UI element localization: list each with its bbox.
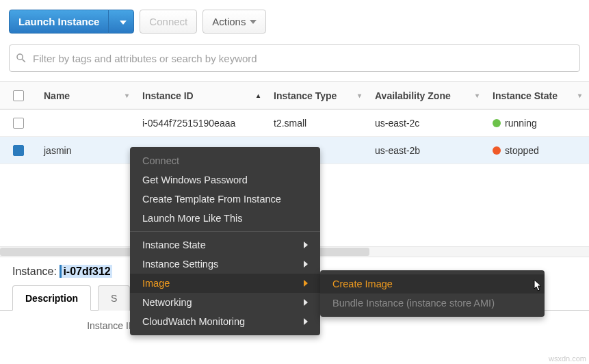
cell-name: jasmin	[44, 145, 71, 156]
status-dot-icon	[493, 119, 501, 127]
tab-other[interactable]: S	[98, 285, 130, 311]
cell-az: us-east-2b	[375, 145, 420, 156]
col-availability-zone[interactable]: Availability Zone▾	[368, 90, 486, 101]
detail-label: Instance:	[12, 265, 57, 277]
table-row[interactable]: i-0544f72515190eaaa t2.small us-east-2c …	[0, 109, 589, 137]
col-instance-id[interactable]: Instance ID▴	[135, 90, 267, 101]
actions-button[interactable]: Actions	[202, 10, 266, 34]
sort-icon: ▾	[358, 92, 361, 99]
cell-state: running	[505, 118, 537, 129]
desc-label: Instance ID	[12, 320, 135, 331]
actions-label: Actions	[212, 16, 246, 27]
caret-down-icon	[250, 20, 257, 24]
col-instance-state[interactable]: Instance State▾	[486, 90, 588, 101]
context-menu: Connect Get Windows Password Create Temp…	[130, 147, 320, 335]
sort-asc-icon: ▴	[257, 92, 260, 99]
sort-icon: ▾	[578, 92, 581, 99]
watermark: wsxdn.com	[549, 354, 586, 363]
menu-separator	[130, 231, 320, 232]
context-submenu-image: Create Image Bundle Instance (instance s…	[320, 270, 545, 317]
row-checkbox[interactable]	[13, 118, 24, 129]
ctx-cloudwatch[interactable]: CloudWatch Monitoring	[130, 312, 320, 331]
chevron-right-icon	[304, 299, 308, 306]
sort-icon: ▾	[475, 92, 479, 99]
chevron-right-icon	[304, 280, 308, 287]
col-name[interactable]: Name▾	[37, 90, 135, 101]
chevron-right-icon	[304, 261, 308, 268]
caret-down-icon	[120, 21, 127, 25]
ctx-instance-state[interactable]: Instance State	[130, 235, 320, 255]
table-header-row: Name▾ Instance ID▴ Instance Type▾ Availa…	[0, 82, 589, 109]
ctx-launch-more[interactable]: Launch More Like This	[130, 209, 320, 228]
sub-create-image[interactable]: Create Image	[320, 274, 545, 294]
cell-az: us-east-2c	[375, 118, 419, 129]
select-all-checkbox[interactable]	[13, 90, 24, 101]
search-bar[interactable]	[9, 44, 580, 72]
chevron-right-icon	[304, 242, 308, 248]
toolbar: Launch Instance Connect Actions	[0, 0, 589, 40]
ctx-get-windows-password[interactable]: Get Windows Password	[130, 170, 320, 190]
col-instance-type[interactable]: Instance Type▾	[267, 90, 368, 101]
sub-bundle-instance: Bundle Instance (instance store AMI)	[320, 294, 545, 313]
detail-instance-id: i-07df312	[60, 265, 112, 278]
sort-icon: ▾	[125, 92, 129, 99]
status-dot-icon	[493, 146, 501, 155]
connect-button: Connect	[140, 10, 197, 34]
ctx-connect: Connect	[130, 151, 320, 170]
row-checkbox[interactable]	[13, 145, 24, 156]
launch-instance-button[interactable]: Launch Instance	[9, 10, 109, 34]
ctx-create-template[interactable]: Create Template From Instance	[130, 190, 320, 209]
ctx-image[interactable]: Image	[130, 274, 320, 293]
search-input[interactable]	[33, 53, 574, 64]
cell-instance-type: t2.small	[274, 118, 306, 129]
cell-state: stopped	[505, 145, 539, 156]
cell-instance-id: i-0544f72515190eaaa	[142, 118, 235, 129]
mouse-cursor-icon	[533, 279, 544, 293]
search-icon	[15, 52, 27, 64]
tab-description[interactable]: Description	[12, 285, 91, 311]
ctx-networking[interactable]: Networking	[130, 293, 320, 312]
ctx-instance-settings[interactable]: Instance Settings	[130, 255, 320, 274]
chevron-right-icon	[304, 318, 308, 325]
launch-instance-dropdown[interactable]	[108, 10, 134, 34]
